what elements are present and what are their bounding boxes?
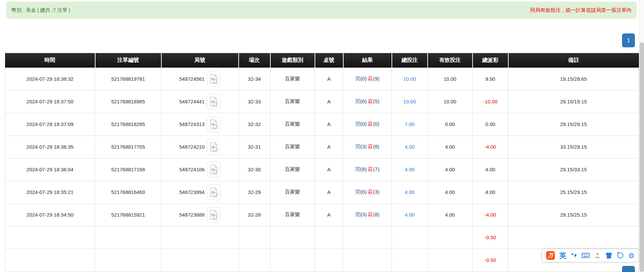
video-replay-icon[interactable]	[207, 207, 220, 223]
banker-result-value: (5)	[373, 98, 379, 104]
table-no: A	[315, 181, 343, 203]
bet-id: 521768818285	[95, 113, 161, 135]
total-valid-bet: 36.00	[428, 249, 473, 271]
ime-app-logo-icon[interactable]: 万	[546, 251, 555, 260]
game-result: 閒(6) 莊(5)	[343, 90, 392, 113]
total-bet-link[interactable]: 10.00	[403, 76, 416, 82]
player-result-label: 閒	[355, 121, 360, 127]
game-result: 閒(8) 莊(7)	[343, 158, 392, 181]
video-replay-icon[interactable]	[207, 162, 220, 177]
col-header-payout: 總派彩	[473, 53, 508, 68]
banker-result-value: (8)	[373, 144, 379, 149]
banker-result-value: (7)	[373, 166, 379, 172]
bet-time: 2024-07-29 18:34:50	[5, 203, 95, 226]
bet-id: 521768818985	[95, 90, 161, 113]
player-result-value: (3)	[360, 212, 367, 217]
col-header-total-bet: 總投注	[392, 53, 428, 68]
table-row: 2024-07-29 18:34:50 521768815921 5487238…	[5, 203, 639, 226]
bet-history-table: 時間 注單編號 局號 場次 遊戲類別 桌號 結果 總投注 有效投注 總派彩 備註…	[5, 53, 639, 272]
col-header-game-type: 遊戲類別	[270, 53, 315, 68]
col-header-note: 備註	[508, 53, 639, 68]
game-type: 百家樂	[270, 68, 315, 90]
video-replay-icon[interactable]	[207, 117, 220, 132]
payout: 4.00	[473, 158, 508, 181]
table-no: A	[315, 203, 343, 226]
video-replay-icon[interactable]	[207, 184, 220, 200]
payout: -4.00	[473, 135, 508, 158]
ime-skin-icon[interactable]	[605, 252, 613, 259]
ime-spiral-icon[interactable]	[617, 252, 624, 259]
game-result: 閒(3) 莊(8)	[343, 135, 392, 158]
total-total-bet: 43.00	[392, 249, 428, 271]
session-no: 32-33	[239, 90, 270, 113]
total-bet-link[interactable]: 4.00	[405, 212, 414, 218]
subtotal-label: 小計	[5, 226, 95, 249]
banker-result-value: (9)	[373, 76, 379, 81]
session-no: 32-28	[239, 203, 270, 226]
game-result: 閒(0) 莊(0)	[343, 113, 392, 135]
bet-id: 521768817168	[95, 158, 161, 181]
table-row: 2024-07-29 18:36:35 521768817705 5487242…	[5, 135, 639, 158]
scrollbar-thumb[interactable]	[640, 42, 644, 272]
player-result-label: 閒	[355, 166, 360, 172]
valid-bet: 4.00	[428, 203, 473, 226]
valid-bet: 0.00	[428, 113, 473, 135]
total-bet-link[interactable]: 7.00	[405, 121, 414, 127]
video-replay-icon[interactable]	[207, 71, 220, 87]
ime-account-icon[interactable]	[594, 252, 601, 259]
game-type: 百家樂	[270, 90, 315, 113]
vertical-scrollbar[interactable]	[639, 0, 644, 272]
payout: -4.00	[473, 203, 508, 226]
valid-bet: 10.00	[428, 68, 473, 90]
pagination-page-button[interactable]: 1	[622, 33, 635, 47]
col-header-bet-id: 注單編號	[95, 53, 161, 68]
banker-result-label: 莊	[368, 76, 373, 81]
ime-toolbar: 万 英 ⚙	[542, 249, 639, 262]
player-result-label: 閒	[355, 98, 360, 104]
bet-time: 2024-07-29 18:37:09	[5, 113, 95, 135]
note: 33.15/29.15	[508, 135, 639, 158]
bet-id: 521768819781	[95, 68, 161, 90]
subtotal-payout: -0.50	[473, 226, 508, 249]
player-result-label: 閒	[355, 76, 360, 81]
bet-time: 2024-07-29 18:36:35	[5, 135, 95, 158]
bet-time: 2024-07-29 18:37:50	[5, 90, 95, 113]
video-replay-icon[interactable]	[207, 139, 220, 155]
game-type: 百家樂	[270, 181, 315, 203]
bet-time: 2024-07-29 18:36:04	[5, 158, 95, 181]
payout: 9.50	[473, 68, 508, 90]
ime-virtual-keyboard-icon[interactable]	[582, 252, 590, 259]
table-no: A	[315, 113, 343, 135]
total-bet-link[interactable]: 4.00	[405, 167, 414, 172]
ime-english-mode-icon[interactable]: 英	[559, 251, 566, 260]
subtotal-row: 小計 7 43.00 36.00 -0.50	[5, 226, 639, 249]
game-type: 百家樂	[270, 113, 315, 135]
table-no: A	[315, 90, 343, 113]
game-type: 百家樂	[270, 203, 315, 226]
player-result-value: (0)	[360, 76, 367, 81]
col-header-table-no: 桌號	[315, 53, 343, 68]
table-row: 2024-07-29 18:37:09 521768818285 5487243…	[5, 113, 639, 135]
session-no: 32-32	[239, 113, 270, 135]
ime-punctuation-icon[interactable]	[570, 252, 577, 259]
total-bet-link[interactable]: 10.00	[403, 99, 416, 104]
banker-result-value: (3)	[373, 189, 379, 195]
payout: 0.00	[473, 113, 508, 135]
round-id: 548723888	[179, 212, 205, 218]
total-bet-link[interactable]: 4.00	[405, 189, 414, 195]
player-result-value: (3)	[360, 144, 367, 149]
note: 29.15/25.15	[508, 203, 639, 226]
ime-settings-icon[interactable]: ⚙	[628, 252, 635, 259]
total-bet-link[interactable]: 4.00	[405, 144, 414, 150]
bet-time: 2024-07-29 18:38:32	[5, 68, 95, 90]
col-header-round-id: 局號	[161, 53, 239, 68]
valid-bet-warning-text: 同局有效投注，統一計算在該局第一張注單內	[530, 7, 632, 14]
total-label: 總計	[5, 249, 95, 271]
bet-id: 521768816460	[95, 181, 161, 203]
col-header-result: 結果	[343, 53, 392, 68]
game-result: 閒(6) 莊(3)	[343, 181, 392, 203]
round-id: 548723994	[179, 189, 205, 195]
pagination-page-button-bottom[interactable]	[622, 266, 635, 272]
game-result: 閒(3) 莊(8)	[343, 203, 392, 226]
video-replay-icon[interactable]	[207, 94, 220, 109]
